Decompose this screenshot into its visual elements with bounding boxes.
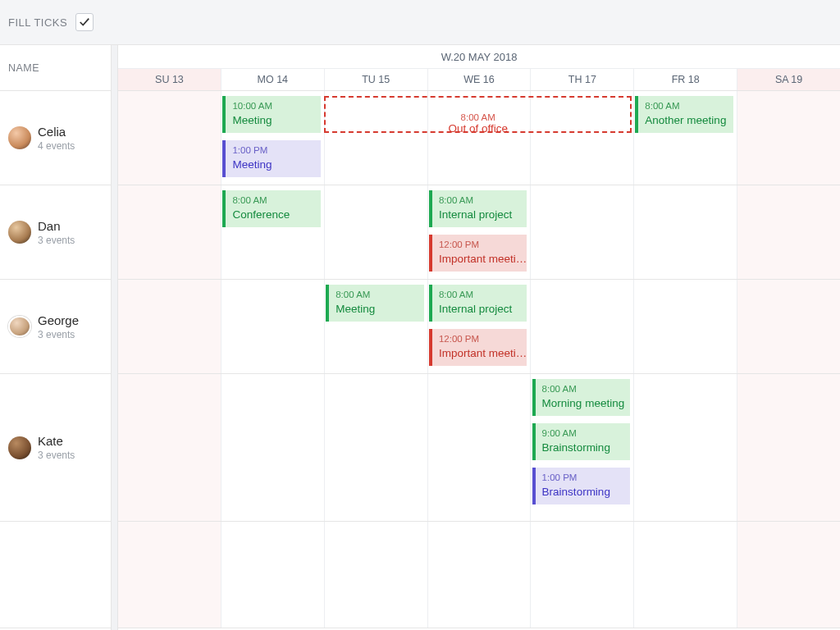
check-icon: [79, 16, 90, 28]
event[interactable]: 8:00 AMConference: [222, 190, 321, 227]
event[interactable]: 8:00 AMMorning meeting: [532, 379, 631, 416]
day-header-6[interactable]: SA 19: [737, 69, 840, 90]
avatar: [8, 316, 31, 337]
left-column: NAME Celia4 eventsDan3 eventsGeorge3 eve…: [0, 45, 112, 630]
event[interactable]: 8:00 AMAnother meeting: [635, 96, 733, 133]
person-meta: 3 events: [38, 450, 75, 461]
day-header-5[interactable]: FR 18: [633, 69, 737, 90]
person-name: George: [38, 313, 79, 327]
name-column-header: NAME: [0, 45, 111, 91]
day-header-2[interactable]: TU 15: [324, 69, 427, 90]
gutter: [112, 45, 118, 630]
person-row-dan[interactable]: Dan3 events: [0, 185, 111, 280]
avatar: [8, 221, 31, 244]
person-meta: 4 events: [38, 140, 75, 152]
schedule-row: 8:00 AMOut of office10:00 AMMeeting1:00 …: [118, 91, 840, 185]
person-row-george[interactable]: George3 events: [0, 280, 111, 374]
fill-ticks-label: FILL TICKS: [8, 16, 67, 29]
week-label: W.20 MAY 2018: [118, 45, 840, 68]
event[interactable]: 12:00 PMImportant meeti…: [429, 329, 527, 366]
schedule-row: 8:00 AMMorning meeting9:00 AMBrainstormi…: [118, 374, 840, 522]
event[interactable]: 8:00 AMInternal project: [429, 190, 527, 227]
person-row-celia[interactable]: Celia4 events: [0, 91, 111, 185]
event[interactable]: 9:00 AMBrainstorming: [532, 423, 631, 460]
right-column: W.20 MAY 2018 SU 13MO 14TU 15WE 16TH 17F…: [112, 45, 840, 630]
event[interactable]: 10:00 AMMeeting: [222, 96, 321, 133]
avatar: [8, 126, 31, 149]
schedule-row: 8:00 AMConference8:00 AMInternal project…: [118, 185, 840, 280]
event[interactable]: 8:00 AMInternal project: [429, 285, 527, 322]
day-header-0[interactable]: SU 13: [118, 69, 221, 90]
empty-person-cell: [0, 522, 111, 628]
event-out-of-office[interactable]: 8:00 AMOut of office: [324, 96, 632, 133]
day-header-row: SU 13MO 14TU 15WE 16TH 17FR 18SA 19: [118, 68, 840, 91]
person-meta: 3 events: [38, 235, 75, 246]
person-name: Dan: [38, 219, 75, 233]
person-name: Kate: [38, 434, 75, 448]
schedule-content: NAME Celia4 eventsDan3 eventsGeorge3 eve…: [0, 45, 840, 630]
schedule-row: 8:00 AMMeeting8:00 AMInternal project12:…: [118, 280, 840, 374]
toolbar: FILL TICKS: [0, 0, 840, 45]
event[interactable]: 12:00 PMImportant meeti…: [429, 235, 527, 272]
event[interactable]: 1:00 PMBrainstorming: [532, 468, 631, 504]
day-header-1[interactable]: MO 14: [221, 69, 324, 90]
day-header-3[interactable]: WE 16: [427, 69, 531, 90]
person-name: Celia: [38, 125, 75, 139]
day-header-4[interactable]: TH 17: [530, 69, 633, 90]
empty-schedule-row: [118, 522, 840, 628]
fill-ticks-checkbox[interactable]: [75, 13, 94, 31]
avatar: [8, 436, 31, 459]
person-meta: 3 events: [38, 329, 79, 340]
event[interactable]: 8:00 AMMeeting: [326, 285, 424, 322]
person-row-kate[interactable]: Kate3 events: [0, 374, 111, 522]
event[interactable]: 1:00 PMMeeting: [222, 140, 321, 177]
